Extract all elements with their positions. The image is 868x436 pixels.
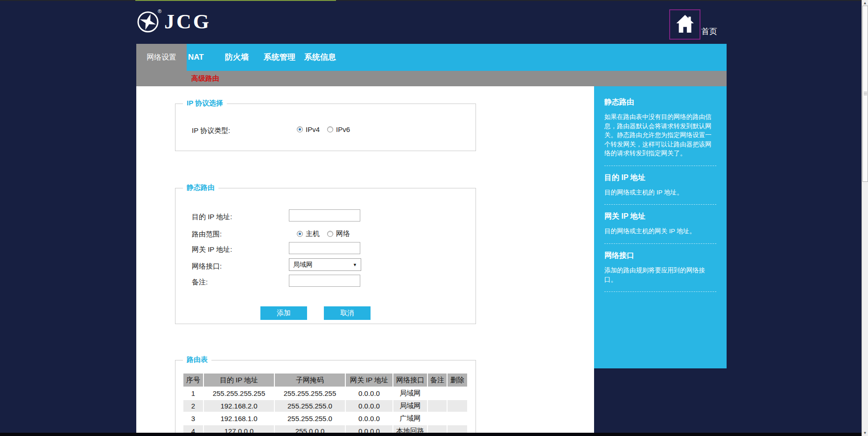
route-scope-radio-group: 主机 网络 [297,229,357,238]
home-icon [674,14,696,35]
cell-dest-ip: 192.168.1.0 [204,413,274,424]
static-route-fieldset: 静态路由 目的 IP 地址: 路由范围: 主机 网络 网关 IP 地址: 网络接… [175,188,476,324]
divider [604,204,716,205]
scrollbar-thumb[interactable] [862,6,868,182]
ip-protocol-fieldset: IP 协议选择 IP 协议类型: IPv4 IPv6 [175,104,476,151]
nav-tab-system-info[interactable]: 系统信息 [304,44,336,71]
vertical-scrollbar[interactable]: ▲ ▼ [861,0,868,436]
cell-delete [448,388,467,399]
help-section-body: 目的网络或主机的 IP 地址。 [604,188,716,197]
cell-gateway: 0.0.0.0 [346,388,392,399]
route-table-legend: 路由表 [183,355,211,364]
help-section-title: 目的 IP 地址 [604,173,716,183]
scrollbar-grip-icon [864,92,867,96]
nav-tab-system-management[interactable]: 系统管理 [264,44,295,71]
cell-netmask: 255.255.255.0 [275,400,345,412]
home-button-label[interactable]: 首页 [701,26,717,37]
ipv4-radio-label[interactable]: IPv4 [306,125,320,133]
brand-logo: ® JCG [136,10,211,34]
cell-note [428,400,447,412]
cell-interface: 局域网 [393,388,427,399]
registered-mark: ® [158,8,161,14]
table-row: 2 192.168.2.0 255.255.255.0 0.0.0.0 局域网 [183,400,467,412]
cell-gateway: 0.0.0.0 [346,400,392,412]
brand-logo-text: JCG [164,12,211,32]
window-top-edge-accent [135,0,336,1]
help-section-body: 目的网络或主机的网关 IP 地址。 [604,227,716,236]
primary-navbar: 网络设置 NAT 防火墙 系统管理 系统信息 [136,44,727,71]
help-section-body: 添加的路由规则将要应用到的网络接口。 [604,266,716,284]
help-sidebar: 静态路由 如果在路由表中没有目的网络的路由信息，路由器默认会将请求转发到默认网关… [594,86,727,368]
cell-note [428,388,447,399]
note-label: 备注: [192,278,208,287]
cell-dest-ip: 192.168.2.0 [204,400,274,412]
jcg-compass-icon: ® [136,10,160,34]
ip-protocol-type-label: IP 协议类型: [192,126,230,135]
col-note: 备注 [428,374,447,387]
cell-note [428,413,447,424]
help-section-title: 网络接口 [604,251,716,261]
col-netmask: 子网掩码 [275,374,345,387]
secondary-navbar: IPv6 | 高级路由 [136,71,727,86]
ip-protocol-radio-group: IPv4 IPv6 [297,125,357,133]
ip-protocol-legend: IP 协议选择 [183,99,227,108]
cell-index: 3 [183,413,203,424]
cell-interface: 广域网 [393,413,427,424]
window-bottom-edge [0,433,861,436]
col-gateway: 网关 IP 地址 [346,374,392,387]
cell-dest-ip: 255.255.255.255 [204,388,274,399]
cell-netmask: 255.255.255.255 [275,388,345,399]
route-table: 序号 目的 IP 地址 子网掩码 网关 IP 地址 网络接口 备注 删除 1 2… [182,373,468,434]
divider [604,243,716,244]
static-route-legend: 静态路由 [183,183,218,192]
cancel-button[interactable]: 取消 [324,306,371,320]
dest-ip-input[interactable] [289,209,360,221]
ipv6-radio[interactable] [327,126,333,132]
cell-interface: 局域网 [393,400,427,412]
chevron-down-icon: ▼ [353,263,357,267]
cell-netmask: 255.255.255.0 [275,413,345,424]
table-row: 3 192.168.1.0 255.255.255.0 0.0.0.0 广域网 [183,413,467,424]
col-dest-ip: 目的 IP 地址 [204,374,274,387]
nav-tab-network-settings[interactable]: 网络设置 [136,44,187,86]
cell-delete [448,413,467,424]
help-section-title: 静态路由 [604,97,716,107]
divider [604,166,716,166]
ipv6-radio-label[interactable]: IPv6 [336,125,350,133]
gateway-ip-input[interactable] [289,242,360,254]
nav-tab-nat[interactable]: NAT [188,44,204,71]
host-radio[interactable] [297,231,303,237]
cell-gateway: 0.0.0.0 [346,413,392,424]
divider [604,291,716,292]
dest-ip-label: 目的 IP 地址: [192,213,232,221]
help-section-body: 如果在路由表中没有目的网络的路由信息，路由器默认会将请求转发到默认网关。静态路由… [604,112,716,158]
note-input[interactable] [289,275,360,287]
gateway-ip-label: 网关 IP 地址: [192,245,232,254]
host-radio-label[interactable]: 主机 [306,229,320,238]
add-button[interactable]: 添加 [260,306,307,320]
help-section-title: 网关 IP 地址 [604,212,716,221]
table-row: 1 255.255.255.255 255.255.255.255 0.0.0.… [183,388,467,399]
network-radio-label[interactable]: 网络 [336,229,350,238]
nav-tab-firewall[interactable]: 防火墙 [225,44,249,71]
scroll-down-icon[interactable]: ▼ [862,431,868,435]
cell-index: 2 [183,400,203,412]
cell-index: 1 [183,388,203,399]
network-radio[interactable] [327,231,333,237]
content-panel: IP 协议选择 IP 协议类型: IPv4 IPv6 静态路由 目的 IP 地址… [136,86,594,434]
col-interface: 网络接口 [393,374,427,387]
cell-delete [448,400,467,412]
route-scope-label: 路由范围: [192,230,222,239]
network-interface-selected-value: 局域网 [293,261,313,269]
route-table-fieldset: 路由表 序号 目的 IP 地址 子网掩码 网关 IP 地址 网络接口 备注 删除… [175,360,476,434]
window-top-edge [0,0,868,1]
network-interface-select[interactable]: 局域网 ▼ [289,258,361,271]
network-interface-label: 网络接口: [192,262,222,271]
subnav-item-advanced-routing[interactable]: 高级路由 [191,74,219,83]
col-delete: 删除 [448,374,467,387]
scroll-up-icon[interactable]: ▲ [862,1,868,5]
col-index: 序号 [183,374,203,387]
home-button[interactable] [669,9,700,40]
route-table-header-row: 序号 目的 IP 地址 子网掩码 网关 IP 地址 网络接口 备注 删除 [183,374,467,387]
ipv4-radio[interactable] [297,126,303,132]
